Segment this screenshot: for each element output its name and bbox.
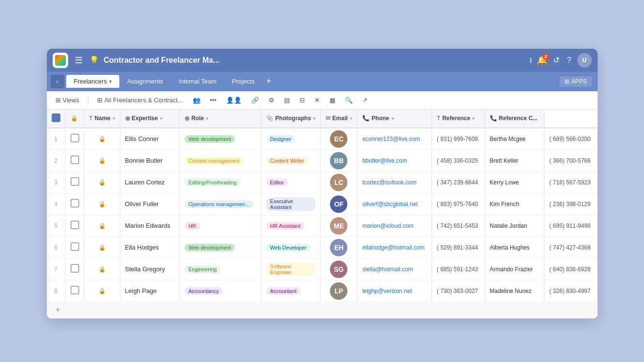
- cell-name[interactable]: Leigh Page: [120, 280, 179, 302]
- menu-button[interactable]: ☰: [73, 53, 85, 68]
- filter-button[interactable]: ⊟: [297, 95, 308, 105]
- email-link[interactable]: leighp@verizon.net: [362, 288, 412, 294]
- email-link[interactable]: lcortez@outlook.com: [362, 179, 416, 186]
- cell-expertise[interactable]: Content management: [179, 150, 261, 171]
- cell-role[interactable]: Accountant: [261, 280, 320, 302]
- cell-name[interactable]: Lauren Cortez: [120, 171, 179, 193]
- header-email[interactable]: ✉ Email ▾: [320, 110, 357, 128]
- row-checkbox[interactable]: [71, 134, 79, 142]
- settings-button[interactable]: ⚙: [266, 95, 277, 105]
- cell-email[interactable]: marion@icloud.com: [357, 215, 431, 237]
- view-toggle-button[interactable]: ▦: [327, 95, 338, 105]
- header-phone[interactable]: 📞 Phone ▾: [357, 110, 431, 128]
- person-group-icon-btn[interactable]: 👥: [190, 95, 203, 105]
- email-link[interactable]: ellahodge@hotmail.com: [362, 244, 425, 251]
- email-link[interactable]: marion@icloud.com: [362, 223, 414, 229]
- cell-email[interactable]: stella@hotmail.com: [357, 258, 431, 280]
- add-row-button[interactable]: +: [52, 304, 65, 316]
- row-checkbox-cell[interactable]: [65, 280, 84, 302]
- row-checkbox-cell[interactable]: [65, 193, 84, 215]
- cell-name[interactable]: Ellis Conner: [120, 128, 179, 150]
- cell-name[interactable]: Bonnie Butler: [120, 150, 179, 171]
- row-checkbox[interactable]: [71, 286, 79, 294]
- cell-reference: Armando Frazier: [485, 258, 544, 280]
- tab-assignments[interactable]: Assignments: [119, 75, 171, 88]
- cell-role[interactable]: HR Assistant: [261, 215, 320, 237]
- row-checkbox[interactable]: [71, 264, 79, 273]
- email-link[interactable]: bbutler@live.com: [362, 157, 407, 164]
- cell-role[interactable]: Software Engineer: [261, 258, 320, 280]
- header-name[interactable]: T Name ▾: [84, 110, 120, 128]
- share-button[interactable]: ↗: [359, 95, 371, 105]
- cell-email[interactable]: ellahodge@hotmail.com: [357, 237, 431, 258]
- apps-button[interactable]: ⊞ APPS: [559, 76, 591, 87]
- avatar[interactable]: U: [577, 53, 592, 68]
- row-checkbox[interactable]: [71, 155, 79, 164]
- header-expertise[interactable]: ◉ Expertise ▾: [120, 110, 179, 128]
- cell-email[interactable]: lcortez@outlook.com: [357, 171, 431, 193]
- tab-freelancers[interactable]: Freelancers ▾: [66, 75, 120, 88]
- tab-projects[interactable]: Projects: [224, 75, 262, 88]
- cell-role[interactable]: Content Writer: [261, 150, 320, 171]
- link-button[interactable]: 🔗: [248, 95, 262, 105]
- header-reference[interactable]: T Reference ▾: [432, 110, 485, 128]
- tab-internal-team[interactable]: Internal Team: [171, 75, 225, 88]
- row-number: 6: [47, 237, 66, 258]
- row-checkbox-cell[interactable]: [65, 215, 84, 237]
- cell-expertise[interactable]: HR: [179, 215, 261, 237]
- row-checkbox[interactable]: [71, 177, 79, 186]
- search-button[interactable]: 🔍: [342, 95, 356, 105]
- cell-name[interactable]: Oliver Fuller: [120, 193, 179, 215]
- cell-expertise[interactable]: Accountancy: [179, 280, 261, 302]
- row-number: 3: [47, 171, 66, 193]
- help-button[interactable]: ?: [565, 54, 573, 67]
- row-checkbox[interactable]: [71, 242, 79, 251]
- cell-expertise[interactable]: Web development: [179, 128, 261, 150]
- row-number: 5: [47, 215, 66, 237]
- cell-role[interactable]: Web Developer: [261, 237, 320, 258]
- row-checkbox-cell[interactable]: [65, 258, 84, 280]
- notifications-button[interactable]: 🔔 2: [537, 55, 547, 66]
- layout-button[interactable]: ▤: [281, 95, 293, 105]
- clear-button[interactable]: ✕: [312, 95, 323, 105]
- cell-role[interactable]: Designer: [261, 128, 320, 150]
- history-button[interactable]: ↺: [551, 54, 561, 67]
- photo-icon: 📎: [266, 115, 273, 122]
- cell-role[interactable]: Editor: [261, 171, 320, 193]
- row-checkbox[interactable]: [71, 221, 79, 229]
- all-freelancers-label: All Freelancers & Contract...: [104, 97, 183, 104]
- cell-email[interactable]: oliverf@sbcglobal.net: [357, 193, 431, 215]
- all-freelancers-button[interactable]: ⊞ All Freelancers & Contract...: [94, 95, 186, 105]
- cell-expertise[interactable]: Engineering: [179, 258, 261, 280]
- select-all-checkbox[interactable]: [52, 113, 60, 122]
- cell-name[interactable]: Marion Edwards: [120, 215, 179, 237]
- row-checkbox-cell[interactable]: [65, 237, 84, 258]
- header-checkbox[interactable]: [47, 110, 66, 128]
- cell-expertise[interactable]: Operations managemen...: [179, 193, 261, 215]
- cell-reference: Bertha Mcgee: [485, 128, 544, 150]
- cell-email[interactable]: leighp@verizon.net: [357, 280, 431, 302]
- cell-name[interactable]: Ella Hodges: [120, 237, 179, 258]
- header-photographs[interactable]: 📎 Photographs ▾: [261, 110, 320, 128]
- email-link[interactable]: stella@hotmail.com: [362, 266, 413, 273]
- cell-expertise[interactable]: Web development: [179, 237, 261, 258]
- views-button[interactable]: ⊞ Views: [53, 95, 82, 105]
- row-checkbox[interactable]: [71, 199, 79, 208]
- row-checkbox-cell[interactable]: [65, 128, 84, 150]
- email-link[interactable]: oliverf@sbcglobal.net: [362, 201, 418, 208]
- col-expertise-label: Expertise: [132, 115, 158, 122]
- more-options-button[interactable]: •••: [207, 95, 220, 105]
- cell-expertise[interactable]: Editing/Proofreading: [179, 171, 261, 193]
- add-tab-button[interactable]: +: [262, 74, 275, 88]
- header-ref-contact[interactable]: 📞 Reference C...: [485, 110, 544, 128]
- collapse-button[interactable]: ‹: [51, 75, 64, 88]
- row-checkbox-cell[interactable]: [65, 150, 84, 171]
- cell-name[interactable]: Stella Gregory: [120, 258, 179, 280]
- group-button[interactable]: 👤👤: [223, 95, 244, 105]
- row-checkbox-cell[interactable]: [65, 171, 84, 193]
- header-role[interactable]: ◉ Role ▾: [179, 110, 261, 128]
- cell-role[interactable]: Executive Assistant: [261, 193, 320, 215]
- cell-email[interactable]: bbutler@live.com: [357, 150, 431, 171]
- cell-email[interactable]: econner123@live.com: [357, 128, 431, 150]
- email-link[interactable]: econner123@live.com: [362, 136, 420, 142]
